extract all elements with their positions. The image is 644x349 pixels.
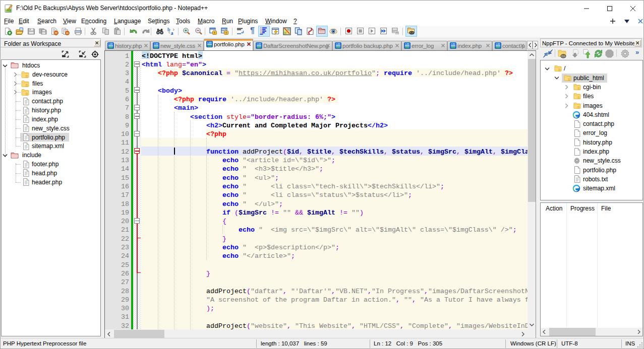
svg-text:b: b bbox=[167, 27, 170, 32]
svg-text:a: a bbox=[171, 30, 173, 36]
svg-text:uc: uc bbox=[396, 32, 399, 35]
